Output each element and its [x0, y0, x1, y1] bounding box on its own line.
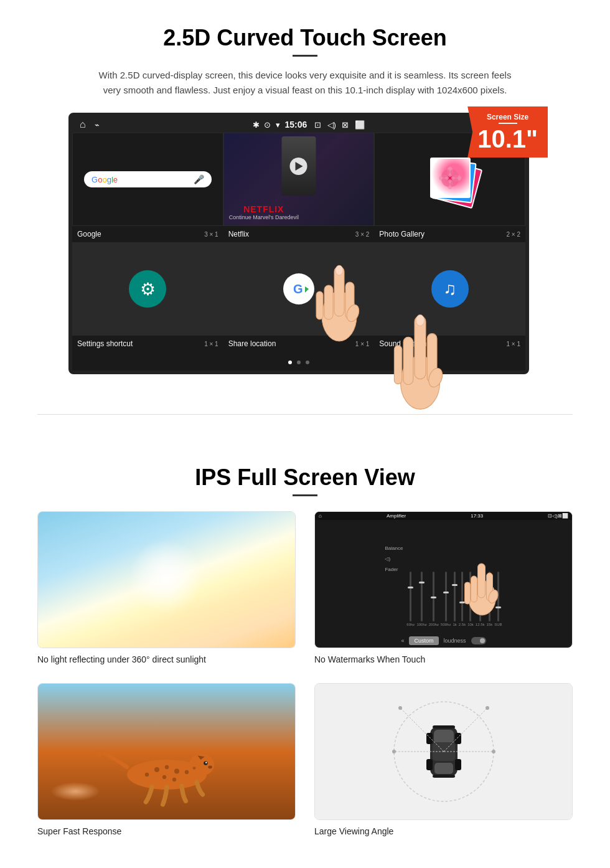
eq-band-label: 1k: [453, 623, 456, 626]
cheetah-label: Super Fast Response: [37, 826, 296, 836]
sunlight-background: [38, 512, 295, 648]
wifi-icon: ▾: [276, 120, 280, 130]
amp-custom-button[interactable]: Custom: [409, 636, 438, 645]
amp-bottom-bar: « Custom loudness: [315, 636, 572, 645]
google-maps-svg: G: [288, 278, 310, 300]
svg-point-63: [486, 706, 489, 710]
svg-point-62: [398, 706, 402, 710]
google-search-bar[interactable]: Google 🎤: [84, 171, 212, 187]
eq-balance-label: Balance: [385, 545, 403, 551]
home-icon[interactable]: ⌂: [80, 119, 86, 130]
svg-rect-15: [324, 285, 333, 319]
eq-band-100hz[interactable]: 100hz: [416, 572, 426, 626]
touch-hand-icon: [311, 248, 367, 347]
volume-icon: ◁): [327, 120, 336, 130]
amp-loudness-toggle[interactable]: [471, 637, 486, 644]
svg-rect-16: [316, 291, 323, 319]
svg-point-41: [174, 768, 179, 773]
svg-rect-56: [426, 759, 433, 770]
eq-band-label: 2.5k: [459, 623, 466, 626]
sunlight-label: No light reflecting under 360° direct su…: [37, 654, 296, 664]
car-label: Large Viewing Angle: [314, 826, 573, 836]
eq-band-1k[interactable]: 1k: [453, 572, 456, 626]
sound-label: Sound Search 1 × 1: [374, 338, 525, 349]
section-divider: [37, 414, 573, 415]
cheetah-item: Super Fast Response: [37, 683, 296, 836]
eq-band-track: [454, 572, 456, 621]
pagination-dot-2[interactable]: [297, 361, 301, 364]
google-maps-icon[interactable]: G: [283, 273, 314, 304]
eq-band-label: 15k: [487, 623, 493, 626]
eq-band-track: [410, 572, 411, 621]
eq-band-label: SUB: [494, 623, 502, 626]
svg-point-44: [144, 773, 148, 776]
svg-point-42: [162, 775, 166, 779]
netflix-subtitle: Continue Marvel's Daredevil: [229, 214, 299, 220]
svg-rect-52: [433, 725, 455, 729]
eq-speaker-icon: ◁): [385, 556, 403, 562]
status-bar: ⌂ ⌁ ✱ ⊙ ▾ 15:06 ⊡ ◁) ⊠ ⬜: [72, 116, 525, 133]
car-image-box: [314, 683, 573, 820]
eq-labels: Balance ◁) Fader: [385, 545, 403, 572]
eq-band-thumb: [419, 582, 425, 583]
mic-icon[interactable]: 🎤: [194, 174, 204, 184]
gallery-card-front: [430, 158, 471, 198]
share-location-cell[interactable]: G: [223, 242, 375, 336]
svg-point-18: [336, 265, 343, 275]
eq-band-200hz[interactable]: 200hz: [429, 572, 439, 626]
svg-rect-54: [426, 733, 433, 744]
eq-band-thumb: [431, 597, 436, 598]
cheetah-background: [38, 684, 295, 819]
settings-icon[interactable]: ⚙: [129, 270, 166, 308]
svg-point-46: [192, 767, 195, 770]
amp-time: 17:33: [471, 513, 483, 519]
car-item: Large Viewing Angle: [314, 683, 573, 836]
ips-title-underline: [293, 494, 317, 496]
svg-text:G: G: [293, 282, 303, 296]
eq-band-60hz[interactable]: 60hz: [406, 572, 415, 626]
amplifier-image-box: ⌂ Amplifier 17:33 ⊡◁)⊠⬜ Balance ◁) Fader: [314, 511, 573, 648]
settings-label: Settings shortcut 1 × 1: [72, 338, 223, 349]
svg-point-40: [164, 765, 168, 769]
svg-point-43: [172, 778, 176, 781]
eq-band-thumb: [443, 592, 449, 593]
eq-band-label: 500hz: [441, 623, 451, 626]
sound-search-cell[interactable]: ♫: [374, 242, 525, 336]
location-icon: ⊙: [264, 120, 271, 130]
app-grid-row2: ⚙ G: [72, 242, 525, 336]
amplifier-item: ⌂ Amplifier 17:33 ⊡◁)⊠⬜ Balance ◁) Fader: [314, 511, 573, 664]
netflix-play-button[interactable]: [290, 158, 307, 175]
netflix-label: Netflix 3 × 2: [223, 229, 375, 240]
app-grid-row1: Google 🎤: [72, 133, 525, 226]
eq-band-thumb: [408, 587, 413, 588]
eq-band-500hz[interactable]: 500hz: [441, 572, 451, 626]
curved-touch-section: 2.5D Curved Touch Screen With 2.5D curve…: [0, 0, 610, 395]
title-underline: [293, 55, 317, 57]
device-wrapper: Screen Size 10.1" ⌂ ⌁ ✱ ⊙ ▾ 15:06: [37, 113, 573, 377]
amp-loudness-label: loudness: [444, 638, 466, 644]
eq-sliders: Balance ◁) Fader: [378, 543, 508, 629]
settings-app-name: Settings shortcut: [77, 339, 133, 348]
app-label-row2: Settings shortcut 1 × 1 Share location 1…: [72, 336, 525, 352]
google-logo: Google: [92, 175, 118, 184]
netflix-app-cell[interactable]: NETFLIX Continue Marvel's Daredevil: [223, 133, 375, 226]
amp-prev-icon[interactable]: «: [401, 638, 404, 644]
eq-band-label: 200hz: [429, 623, 439, 626]
viewing-angle-svg: [388, 696, 500, 808]
gallery-stack: [425, 154, 475, 204]
google-app-cell[interactable]: Google 🎤: [72, 133, 223, 226]
badge-label: Screen Size: [477, 113, 538, 121]
svg-rect-53: [433, 775, 455, 778]
pagination-dot-1[interactable]: [288, 361, 292, 364]
svg-point-45: [184, 770, 188, 774]
settings-app-cell[interactable]: ⚙: [72, 242, 223, 336]
section2-title: IPS Full Screen View: [37, 465, 573, 491]
sunlight-image-box: [37, 511, 296, 648]
svg-point-37: [205, 762, 207, 763]
pagination-dot-3[interactable]: [306, 361, 309, 364]
sound-search-icon[interactable]: ♫: [431, 270, 469, 308]
netflix-app-name: Netflix: [228, 230, 249, 238]
close-status-icon: ⊠: [342, 120, 349, 130]
camera-status-icon: ⊡: [314, 120, 321, 130]
app-label-row1: Google 3 × 1 Netflix 3 × 2 Photo Gallery…: [72, 226, 525, 242]
